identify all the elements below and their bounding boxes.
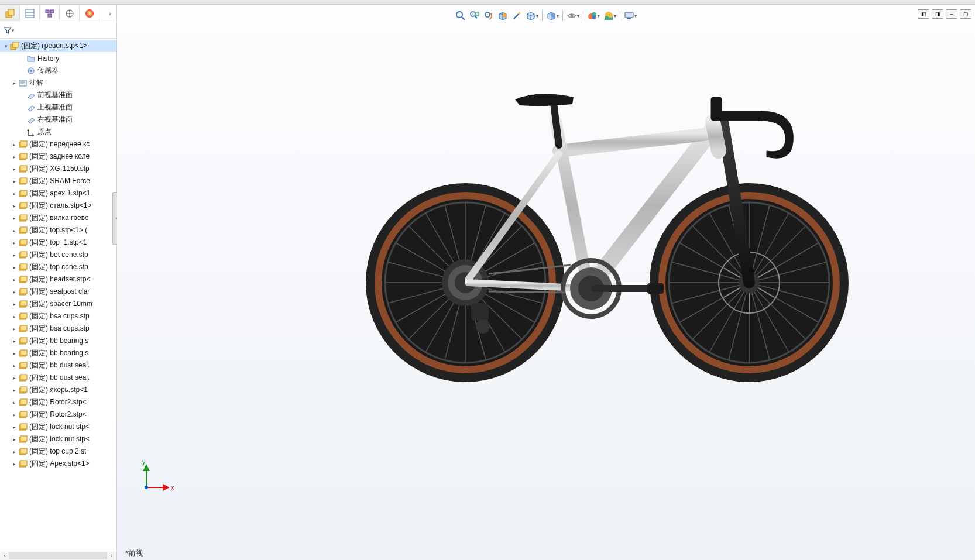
part-icon — [18, 140, 28, 149]
svg-rect-28 — [20, 178, 27, 183]
tree-item[interactable]: ▸(固定) lock nut.stp< — [0, 433, 116, 445]
tree-item[interactable]: ▸(固定) bb dust seal. — [0, 359, 116, 372]
tree-item[interactable]: 上视基准面 — [0, 101, 116, 114]
part-icon — [18, 300, 28, 309]
expand-caret[interactable]: ▸ — [11, 215, 18, 221]
expand-caret[interactable]: ▸ — [11, 461, 18, 467]
toolbar-separator — [583, 11, 583, 21]
expand-caret[interactable]: ▸ — [11, 240, 18, 246]
tree-item[interactable]: ▸(固定) bot cone.stp — [0, 249, 116, 261]
tree-horizontal-scrollbar[interactable]: ‹ › — [0, 551, 116, 560]
tree-item[interactable]: ▸(固定) top cone.stp — [0, 261, 116, 273]
svg-point-91 — [145, 486, 148, 489]
previous-view-icon[interactable] — [482, 9, 496, 22]
dropdown-caret-icon[interactable]: ▾ — [598, 13, 600, 19]
expand-caret[interactable]: ▸ — [11, 412, 18, 418]
tree-item[interactable]: ▸(固定) lock nut.stp< — [0, 421, 116, 433]
tab-appearances[interactable] — [80, 5, 99, 22]
tree-item[interactable]: ▸(固定) apex 1.stp<1 — [0, 187, 116, 200]
scroll-right-icon[interactable]: › — [107, 552, 116, 559]
expand-caret[interactable]: ▸ — [11, 314, 18, 319]
expand-caret[interactable]: ▸ — [11, 142, 18, 147]
tree-item[interactable]: History — [0, 52, 116, 64]
expand-caret[interactable]: ▸ — [11, 449, 18, 455]
tab-dimxpert[interactable] — [60, 5, 80, 22]
tree-item[interactable]: ▾(固定) гревел.stp<1> — [0, 40, 116, 52]
tree-item[interactable]: ▸(固定) top.stp<1> ( — [0, 224, 116, 236]
tree-item[interactable]: ▸(固定) top_1.stp<1 — [0, 236, 116, 249]
dropdown-caret-icon[interactable]: ▾ — [536, 13, 538, 19]
tree-item[interactable]: ▸(固定) переднее кс — [0, 138, 116, 150]
expand-caret[interactable]: ▸ — [11, 326, 18, 332]
tree-item[interactable]: ▸(固定) якорь.stp<1 — [0, 384, 116, 396]
tree-item[interactable]: ▸(固定) Apex.stp<1> — [0, 458, 116, 470]
tree-item[interactable]: ▸(固定) заднее коле — [0, 150, 116, 163]
scroll-left-icon[interactable]: ‹ — [0, 552, 9, 559]
dropdown-caret-icon[interactable]: ▾ — [634, 13, 637, 19]
expand-caret[interactable]: ▸ — [11, 154, 18, 160]
expand-caret[interactable]: ▸ — [11, 166, 18, 172]
tree-item[interactable]: ▸(固定) bsa cups.stp — [0, 322, 116, 335]
filter-dropdown-caret[interactable]: ▾ — [12, 28, 15, 33]
axis-x-label: x — [171, 484, 174, 491]
tree-item[interactable]: ▸(固定) Rotor2.stp< — [0, 396, 116, 408]
dropdown-caret-icon[interactable]: ▾ — [577, 13, 579, 19]
zoom-to-fit-icon[interactable] — [454, 9, 468, 22]
tree-item[interactable]: ▸(固定) XG-1150.stp — [0, 163, 116, 175]
tree-item[interactable]: ▸(固定) Rotor2.stp< — [0, 408, 116, 421]
dropdown-caret-icon[interactable]: ▾ — [614, 13, 616, 19]
tree-item[interactable]: 传感器 — [0, 64, 116, 77]
zoom-to-area-icon[interactable] — [468, 9, 482, 22]
expand-caret[interactable]: ▸ — [11, 338, 18, 344]
tree-item[interactable]: ▸(固定) headset.stp< — [0, 273, 116, 286]
tab-configuration-manager[interactable] — [40, 5, 60, 22]
tab-property-manager[interactable] — [20, 5, 40, 22]
expand-caret[interactable]: ▸ — [11, 203, 18, 209]
expand-caret[interactable]: ▸ — [11, 437, 18, 442]
dropdown-caret-icon[interactable]: ▾ — [557, 13, 559, 19]
minimize-icon[interactable]: – — [946, 9, 957, 19]
expand-caret[interactable]: ▸ — [11, 387, 18, 393]
tree-item[interactable]: ▸(固定) SRAM Force — [0, 175, 116, 187]
tree-item[interactable]: 原点 — [0, 126, 116, 138]
tree-item[interactable]: ▸注解 — [0, 77, 116, 89]
tile-left-icon[interactable]: ◧ — [918, 9, 929, 19]
expand-caret[interactable]: ▸ — [11, 351, 18, 356]
expand-caret[interactable]: ▸ — [11, 363, 18, 369]
tab-feature-manager[interactable] — [0, 5, 20, 22]
expand-caret[interactable]: ▸ — [11, 228, 18, 233]
tree-item[interactable]: ▸(固定) top cup 2.st — [0, 445, 116, 458]
tree-item[interactable]: ▸(固定) bb dust seal. — [0, 372, 116, 384]
expand-caret[interactable]: ▸ — [11, 252, 18, 258]
tree-item[interactable]: ▸(固定) seatpost clar — [0, 286, 116, 298]
expand-caret[interactable]: ▸ — [11, 289, 18, 295]
section-view-icon[interactable] — [496, 9, 510, 22]
tree-item[interactable]: ▸(固定) bb bearing.s — [0, 335, 116, 347]
scroll-track[interactable] — [9, 552, 107, 559]
panel-tabs-overflow[interactable]: › — [104, 10, 116, 17]
tree-item[interactable]: 右视基准面 — [0, 114, 116, 126]
expand-caret[interactable]: ▸ — [11, 178, 18, 184]
tree-item[interactable]: ▸(固定) spacer 10mm — [0, 298, 116, 310]
maximize-icon[interactable]: ▢ — [960, 9, 971, 19]
expand-caret[interactable]: ▸ — [11, 400, 18, 406]
tree-item[interactable]: ▸(固定) bb bearing.s — [0, 347, 116, 359]
tree-item-label: (固定) lock nut.stp< — [29, 422, 90, 432]
expand-caret[interactable]: ▸ — [11, 264, 18, 270]
dynamic-preview-icon[interactable] — [510, 9, 524, 22]
tree-item[interactable]: ▸(固定) сталь.stp<1> — [0, 200, 116, 212]
tree-item[interactable]: ▸(固定) вилка греве — [0, 212, 116, 224]
expand-caret[interactable]: ▸ — [11, 277, 18, 283]
tile-right-icon[interactable]: ◨ — [932, 9, 943, 19]
expand-caret[interactable]: ▾ — [2, 43, 9, 49]
expand-caret[interactable]: ▸ — [11, 301, 18, 307]
tree-item[interactable]: 前视基准面 — [0, 89, 116, 101]
expand-caret[interactable]: ▸ — [11, 80, 18, 86]
feature-tree[interactable]: ▾(固定) гревел.stp<1>History传感器▸注解前视基准面上视基… — [0, 39, 116, 551]
tree-item[interactable]: ▸(固定) bsa cups.stp — [0, 310, 116, 322]
expand-caret[interactable]: ▸ — [11, 191, 18, 197]
expand-caret[interactable]: ▸ — [11, 375, 18, 381]
graphics-viewport[interactable]: ▾▾▾▾▾▾ ◧◨–▢ x y *前视 — [117, 5, 975, 560]
tree-filter-bar: ▾ — [0, 22, 116, 39]
expand-caret[interactable]: ▸ — [11, 424, 18, 430]
